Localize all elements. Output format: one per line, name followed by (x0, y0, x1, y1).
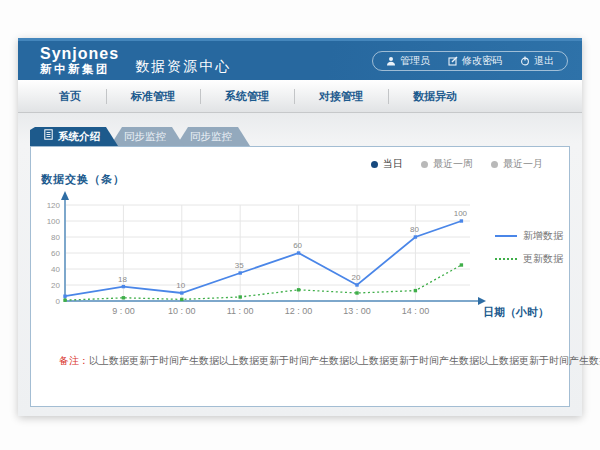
note-text: 以上数据更新于时间产生数据以上数据更新于时间产生数据以上数据更新于时间产生数据以… (89, 355, 600, 366)
svg-text:9 : 00: 9 : 00 (112, 306, 135, 316)
svg-text:60: 60 (293, 241, 302, 250)
user-button[interactable]: 管理员 (377, 54, 439, 68)
legend-label: 新增数据 (523, 229, 563, 243)
user-label: 管理员 (400, 54, 430, 68)
note-label: 备注： (59, 355, 89, 366)
svg-text:80: 80 (51, 233, 60, 242)
nav-item-interface-mgmt[interactable]: 对接管理 (294, 89, 388, 104)
legend-swatch (495, 258, 517, 260)
change-password-label: 修改密码 (462, 54, 502, 68)
brand-logo: Synjones 新中新集团 (40, 46, 119, 75)
radio-dot (371, 161, 378, 168)
svg-text:40: 40 (51, 265, 60, 274)
svg-text:20: 20 (51, 281, 60, 290)
radio-label: 当日 (383, 157, 403, 171)
radio-today[interactable]: 当日 (371, 157, 403, 171)
footer-note: 备注：以上数据更新于时间产生数据以上数据更新于时间产生数据以上数据更新于时间产生… (59, 354, 600, 368)
user-toolbar: 管理员 修改密码 退出 (372, 51, 568, 71)
logout-label: 退出 (534, 54, 554, 68)
document-icon (44, 127, 53, 146)
legend-label: 更新数据 (523, 252, 563, 266)
main-nav: 首页 标准管理 系统管理 对接管理 数据异动 (18, 80, 582, 113)
tab-system-intro[interactable]: 系统介绍 (30, 127, 118, 146)
nav-item-system-mgmt[interactable]: 系统管理 (200, 89, 294, 104)
period-filter: 当日 最近一周 最近一月 (371, 157, 543, 171)
svg-text:18: 18 (118, 275, 127, 284)
tab-label: 同步监控 (190, 130, 232, 142)
svg-text:12 : 00: 12 : 00 (285, 306, 313, 316)
brand-name: Synjones (40, 46, 119, 63)
legend-item-new-data: 新增数据 (495, 229, 563, 243)
user-icon (386, 56, 396, 66)
radio-last-month[interactable]: 最近一月 (491, 157, 543, 171)
legend-item-update-data: 更新数据 (495, 252, 563, 266)
radio-label: 最近一月 (503, 157, 543, 171)
app-header: Synjones 新中新集团 数据资源中心 管理员 修改密码 退出 (18, 38, 582, 80)
nav-item-standard-mgmt[interactable]: 标准管理 (106, 89, 200, 104)
radio-dot (491, 161, 498, 168)
svg-text:120: 120 (47, 201, 61, 210)
svg-text:11 : 00: 11 : 00 (227, 306, 254, 316)
nav-item-data-changes[interactable]: 数据异动 (388, 89, 482, 104)
page-title: 数据资源中心 (135, 58, 231, 76)
svg-text:80: 80 (410, 225, 419, 234)
legend-swatch (495, 235, 517, 237)
tab-label: 系统介绍 (58, 127, 100, 146)
svg-text:13 : 00: 13 : 00 (343, 306, 371, 316)
logout-button[interactable]: 退出 (511, 54, 563, 68)
brand-name-cn: 新中新集团 (40, 63, 119, 75)
tab-label: 同步监控 (124, 130, 166, 142)
svg-text:14 : 00: 14 : 00 (402, 306, 430, 316)
change-password-button[interactable]: 修改密码 (439, 54, 511, 68)
svg-text:20: 20 (352, 273, 361, 282)
svg-text:60: 60 (51, 249, 60, 258)
tab-bar: 系统介绍 同步监控 同步监控 (30, 127, 250, 146)
app-window: Synjones 新中新集团 数据资源中心 管理员 修改密码 退出 (18, 38, 582, 416)
nav-item-home[interactable]: 首页 (34, 89, 106, 104)
radio-dot (421, 161, 428, 168)
x-axis-title: 日期（小时） (483, 305, 549, 320)
svg-text:0: 0 (56, 297, 61, 306)
radio-label: 最近一周 (433, 157, 473, 171)
content-area: 系统介绍 同步监控 同步监控 当日 最近一周 (18, 113, 582, 416)
tab-sync-monitor-2[interactable]: 同步监控 (176, 127, 250, 146)
edit-icon (448, 56, 458, 66)
svg-text:100: 100 (47, 217, 61, 226)
power-icon (520, 56, 530, 66)
line-chart: 0204060801001209 : 0010 : 0011 : 0012 : … (45, 187, 491, 325)
chart-panel: 当日 最近一周 最近一月 数据交换（条） 0204060801001209 : … (30, 146, 570, 407)
svg-text:10: 10 (176, 281, 185, 290)
chart-legend: 新增数据 更新数据 (495, 229, 563, 266)
svg-text:100: 100 (454, 209, 468, 218)
svg-text:10 : 00: 10 : 00 (168, 306, 196, 316)
y-axis-title: 数据交换（条） (41, 172, 125, 187)
svg-text:35: 35 (235, 261, 244, 270)
radio-last-week[interactable]: 最近一周 (421, 157, 473, 171)
tab-sync-monitor-1[interactable]: 同步监控 (110, 127, 184, 146)
